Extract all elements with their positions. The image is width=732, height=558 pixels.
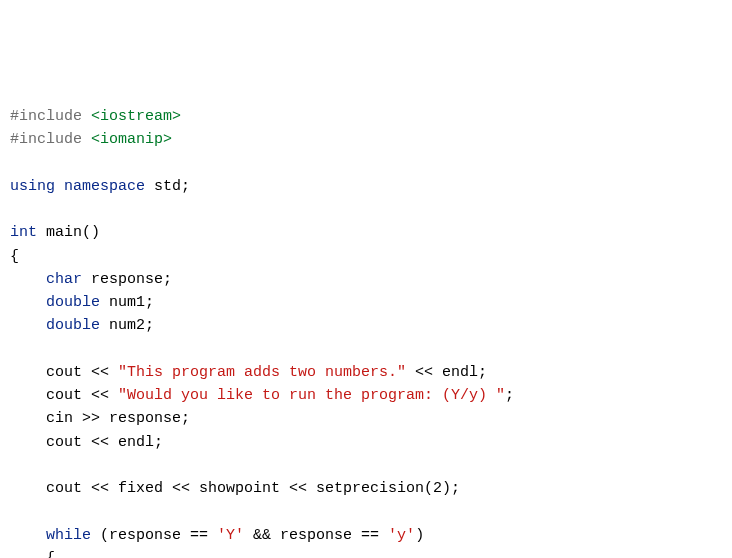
code-text: cin >> response; <box>46 410 190 427</box>
indent <box>10 271 46 288</box>
header-iomanip: <iomanip> <box>82 131 172 148</box>
string-literal: "This program adds two numbers." <box>118 364 406 381</box>
indent <box>10 317 46 334</box>
preprocessor: #include <box>10 131 82 148</box>
header-iostream: <iostream> <box>82 108 181 125</box>
keyword-using: using <box>10 178 55 195</box>
keyword-double: double <box>46 317 100 334</box>
code-text: cout << fixed << showpoint << setprecisi… <box>46 480 460 497</box>
keyword-char: char <box>46 271 82 288</box>
char-literal: 'Y' <box>217 527 244 544</box>
keyword-while: while <box>46 527 91 544</box>
indent <box>10 480 46 497</box>
brace-open: { <box>46 550 55 558</box>
code-text: && response == <box>244 527 388 544</box>
code-text: num1; <box>100 294 154 311</box>
indent <box>10 387 46 404</box>
code-text: cout << <box>46 364 118 381</box>
indent <box>10 527 46 544</box>
keyword-namespace: namespace <box>55 178 145 195</box>
code-text: cout << endl; <box>46 434 163 451</box>
brace-open: { <box>10 248 19 265</box>
code-snippet: #include <iostream> #include <iomanip> u… <box>10 108 577 558</box>
code-text: (response == <box>91 527 217 544</box>
indent <box>10 364 46 381</box>
string-literal: "Would you like to run the program: (Y/y… <box>118 387 505 404</box>
code-text: cout << <box>46 387 118 404</box>
indent <box>10 410 46 427</box>
indent <box>10 550 46 558</box>
keyword-int: int <box>10 224 37 241</box>
indent <box>10 294 46 311</box>
code-text: std; <box>145 178 190 195</box>
char-literal: 'y' <box>388 527 415 544</box>
code-text: << endl; <box>406 364 487 381</box>
code-text: main() <box>37 224 100 241</box>
code-text: ; <box>505 387 514 404</box>
code-text: num2; <box>100 317 154 334</box>
keyword-double: double <box>46 294 100 311</box>
indent <box>10 434 46 451</box>
code-text: response; <box>82 271 172 288</box>
code-text: ) <box>415 527 424 544</box>
preprocessor: #include <box>10 108 82 125</box>
